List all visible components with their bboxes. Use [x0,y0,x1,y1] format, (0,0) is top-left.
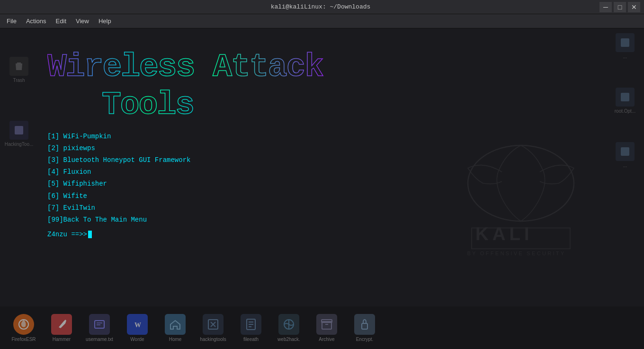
desktop-icons-right: ... root.Opt... ... [606,28,644,349]
menu-item-6: [6] Wifite [47,190,597,202]
menu-item-7: [7] EvilTwin [47,202,597,214]
cursor [88,231,92,238]
terminal-content: Wireless Attack Tools [1] WiFi-Pumpkin [… [38,28,606,248]
taskbar-hammer-label: Hammer [53,337,71,342]
taskbar-firefox[interactable]: FirefoxESR [9,314,38,342]
taskbar-home[interactable]: Home [161,314,189,342]
svg-rect-4 [15,126,23,134]
menu-list: [1] WiFi-Pumpkin [2] pixiewps [3] Blueto… [47,131,597,226]
taskbar-archive-label: Archive [319,337,334,342]
menu-item-4: [4] Fluxion [47,166,597,178]
desktop-icon-right-3[interactable]: ... [616,142,635,168]
ascii-art-title: Wireless Attack Tools [47,38,597,121]
svg-text:Wireless Attack: Wireless Attack [47,49,323,85]
menu-item-99: [99]Back To The Main Menu [47,214,597,226]
title-svg: Wireless Attack Tools [47,38,355,118]
desktop-icon-hackingtool[interactable]: HackingToo... [5,121,34,147]
taskbar-encrypt-label: Encrypt. [356,337,374,342]
title-bar: kali@kaliLinux: ~/Downloads ─ □ ✕ [0,0,644,14]
menu-item-1: [1] WiFi-Pumpkin [47,131,597,143]
taskbar: FirefoxESR Hammer username.txt W Worde H… [0,306,644,349]
menu-file[interactable]: File [2,16,21,27]
svg-text:W: W [134,322,141,329]
window-title: kali@kaliLinux: ~/Downloads [42,3,599,10]
svg-rect-5 [621,38,629,47]
taskbar-username[interactable]: username.txt [85,314,114,342]
taskbar-encrypt[interactable]: Encrypt. [350,314,379,342]
svg-rect-11 [95,321,104,328]
menu-item-3: [3] Bluetooth Honeypot GUI Framework [47,154,597,166]
desktop-icon-trash[interactable]: Trash [9,57,28,83]
desktop-icon-right-2[interactable]: root.Opt... [615,88,635,114]
prompt-text: Z4nzu ==>> [47,231,87,238]
window-controls: ─ □ ✕ [599,2,640,12]
taskbar-username-label: username.txt [86,337,113,342]
terminal-area: KALI BY OFFENSIVE SECURITY Trash Hacking… [0,28,644,349]
desktop-icon-right-2-label: root.Opt... [615,108,635,114]
desktop-icon-right-1-label: ... [623,54,627,59]
desktop-icon-hackingtool-label: HackingToo... [5,142,34,147]
menu-item-2: [2] pixiewps [47,143,597,154]
taskbar-firefox-label: FirefoxESR [11,337,36,342]
menu-edit[interactable]: Edit [51,16,71,27]
svg-text:BY OFFENSIVE SECURITY: BY OFFENSIVE SECURITY [467,251,565,256]
taskbar-word[interactable]: W Worde [123,314,152,342]
menu-view[interactable]: View [71,16,94,27]
taskbar-hammer[interactable]: Hammer [47,314,76,342]
taskbar-fileath[interactable]: fileeath [237,314,265,342]
svg-text:Tools: Tools [102,87,194,118]
menu-help[interactable]: Help [94,16,116,27]
svg-rect-26 [362,323,367,329]
svg-rect-6 [621,93,629,101]
desktop-icon-right-3-label: ... [623,163,627,168]
taskbar-hackingtools[interactable]: hackingtools [199,314,227,342]
desktop-icons-left: Trash HackingToo... [0,28,38,349]
minimize-button[interactable]: ─ [599,2,612,12]
svg-rect-7 [621,147,629,156]
taskbar-hackingtools-label: hackingtools [200,337,226,342]
maximize-button[interactable]: □ [614,2,626,12]
prompt-line[interactable]: Z4nzu ==>> [47,231,597,238]
desktop-icon-right-1[interactable]: ... [616,33,635,59]
menu-actions[interactable]: Actions [21,16,51,27]
menu-bar: File Actions Edit View Help [0,14,644,28]
taskbar-web2hack[interactable]: web2hack. [275,314,303,342]
close-button[interactable]: ✕ [628,2,640,12]
desktop-icon-trash-label: Trash [13,78,25,83]
menu-item-5: [5] Wifiphisher [47,178,597,190]
taskbar-web2hack-label: web2hack. [277,337,300,342]
taskbar-archive[interactable]: Archive [313,314,341,342]
taskbar-word-label: Worde [130,337,144,342]
taskbar-home-label: Home [169,337,182,342]
taskbar-fileath-label: fileeath [243,337,259,342]
